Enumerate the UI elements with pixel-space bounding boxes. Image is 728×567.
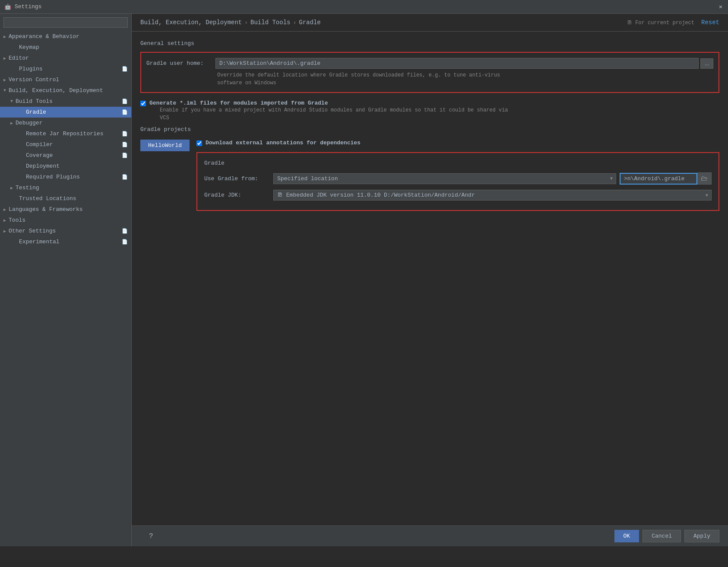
gradle-location-input[interactable] [620, 173, 697, 185]
sidebar-badge-icon: 📄 [122, 239, 128, 245]
title-bar: 🤖 Settings ✕ [0, 0, 728, 14]
generate-iml-row: Generate *.iml files for modules importe… [140, 100, 719, 122]
sidebar-item-appearance-behavior[interactable]: ▶Appearance & Behavior [0, 31, 131, 42]
generate-iml-label: Generate *.iml files for modules importe… [149, 100, 508, 106]
sidebar-item-other-settings[interactable]: ▶Other Settings📄 [0, 226, 131, 236]
sidebar-badge-icon: 📄 [122, 228, 128, 234]
gradle-location-browse-button[interactable]: 🗁 [697, 172, 712, 185]
sidebar-badge-icon: 📄 [122, 99, 128, 104]
breadcrumb-path2: Build Tools [250, 19, 290, 26]
search-input[interactable] [3, 17, 128, 28]
ok-button[interactable]: OK [614, 530, 639, 542]
sidebar-arrow-icon: ▼ [3, 88, 6, 93]
sidebar-item-compiler[interactable]: Compiler📄 [0, 139, 131, 150]
sidebar-item-label: Gradle [26, 109, 46, 115]
sidebar-badge-icon: 📄 [122, 66, 128, 72]
sidebar-badge-icon: 📄 [122, 153, 128, 158]
generate-iml-checkbox[interactable] [140, 101, 146, 106]
gradle-jdk-label: Gradle JDK: [204, 192, 273, 198]
gradle-user-home-input[interactable] [215, 58, 699, 69]
sidebar-item-coverage[interactable]: Coverage📄 [0, 150, 131, 161]
sidebar-item-label: Compiler [26, 141, 53, 148]
sidebar-badge-icon: 📄 [122, 174, 128, 180]
sidebar-item-trusted-locations[interactable]: Trusted Locations [0, 193, 131, 204]
sidebar-item-debugger[interactable]: ▶Debugger [0, 118, 131, 128]
sidebar-item-label: Plugins [19, 66, 43, 72]
gradle-location-wrapper: 🗁 [620, 172, 712, 185]
for-current-project: 🖹 For current project [627, 19, 694, 26]
sidebar-item-plugins[interactable]: Plugins📄 [0, 64, 131, 74]
breadcrumb-path1: Build, Execution, Deployment [140, 19, 242, 26]
sidebar-badge-icon: 📄 [122, 142, 128, 147]
apply-button[interactable]: Apply [684, 530, 719, 542]
sidebar-item-build-execution-deployment[interactable]: ▼Build, Execution, Deployment [0, 85, 131, 96]
sidebar-item-build-tools[interactable]: ▼Build Tools📄 [0, 96, 131, 107]
generate-iml-hint: Enable if you have a mixed project with … [149, 106, 508, 122]
sidebar-item-experimental[interactable]: Experimental📄 [0, 236, 131, 247]
gradle-jdk-select[interactable]: 🖹 Embedded JDK version 11.0.10 D:/WorkSt… [273, 190, 712, 201]
sidebar-badge-icon: 📄 [122, 109, 128, 115]
use-gradle-from-label: Use Gradle from: [204, 175, 273, 182]
sidebar-item-label: Trusted Locations [19, 195, 76, 202]
sidebar-item-label: Appearance & Behavior [9, 33, 79, 40]
breadcrumb-path3: Gradle [299, 19, 320, 26]
app-icon: 🤖 [4, 3, 11, 10]
sidebar-arrow-icon: ▼ [10, 99, 13, 104]
sidebar-item-label: Remote Jar Repositories [26, 131, 103, 137]
reset-link[interactable]: Reset [701, 19, 719, 26]
sidebar-item-label: Version Control [9, 76, 59, 83]
content-inner: General settings Gradle user home: ... O… [132, 32, 728, 526]
sidebar-item-label: Required Plugins [26, 174, 80, 180]
sidebar-item-label: Deployment [26, 163, 60, 169]
gradle-user-home-browse-button[interactable]: ... [700, 58, 713, 69]
helloworld-project-button[interactable]: HelloWorld [140, 140, 190, 151]
sidebar-badge-icon: 📄 [122, 131, 128, 137]
main-content: Build, Execution, Deployment › Build Too… [132, 14, 728, 546]
projects-area: HelloWorld Download external annotations… [140, 140, 719, 211]
gradle-projects-title: Gradle projects [140, 126, 719, 133]
sidebar-item-label: Coverage [26, 152, 53, 159]
breadcrumb-bar: Build, Execution, Deployment › Build Too… [132, 14, 728, 32]
sidebar-item-label: Build, Execution, Deployment [9, 87, 103, 94]
gradle-jdk-row: Gradle JDK: 🖹 Embedded JDK version 11.0.… [204, 190, 712, 201]
cancel-button[interactable]: Cancel [643, 530, 681, 542]
sidebar-item-gradle[interactable]: Gradle📄 [0, 107, 131, 118]
project-settings-panel: Download external annotations for depend… [196, 140, 719, 211]
use-gradle-from-select-wrapper: Specified location Gradle wrapper Local … [273, 173, 616, 184]
sidebar-items: ▶Appearance & BehaviorKeymap▶EditorPlugi… [0, 31, 131, 247]
sidebar-item-testing[interactable]: ▶Testing [0, 182, 131, 193]
sidebar-item-version-control[interactable]: ▶Version Control [0, 74, 131, 85]
download-annotations-row: Download external annotations for depend… [196, 140, 719, 146]
button-bar: ? OK Cancel Apply [132, 526, 728, 546]
sidebar-item-deployment[interactable]: Deployment [0, 161, 131, 172]
sidebar-arrow-icon: ▶ [10, 121, 13, 126]
breadcrumb-sep1: › [244, 19, 248, 26]
sidebar-item-label: Other Settings [9, 228, 56, 234]
sidebar-item-tools[interactable]: ▶Tools [0, 215, 131, 226]
sidebar-arrow-icon: ▶ [3, 218, 6, 223]
sidebar-item-required-plugins[interactable]: Required Plugins📄 [0, 172, 131, 182]
gradle-jdk-select-wrapper: 🖹 Embedded JDK version 11.0.10 D:/WorkSt… [273, 190, 712, 201]
sidebar-item-label: Languages & Frameworks [9, 206, 83, 213]
sidebar-item-label: Editor [9, 55, 29, 61]
sidebar-item-label: Build Tools [16, 98, 53, 105]
gradle-section-title: Gradle [204, 160, 712, 166]
sidebar-item-editor[interactable]: ▶Editor [0, 53, 131, 64]
sidebar-item-keymap[interactable]: Keymap [0, 42, 131, 53]
sidebar-item-label: Debugger [16, 120, 42, 126]
sidebar-item-languages-frameworks[interactable]: ▶Languages & Frameworks [0, 204, 131, 215]
use-gradle-from-row: Use Gradle from: Specified location Grad… [204, 172, 712, 185]
general-settings-title: General settings [140, 40, 719, 47]
sidebar-item-remote-jar-repositories[interactable]: Remote Jar Repositories📄 [0, 128, 131, 139]
sidebar-arrow-icon: ▶ [3, 34, 6, 39]
sidebar: ▶Appearance & BehaviorKeymap▶EditorPlugi… [0, 14, 132, 546]
help-button[interactable]: ? [140, 530, 162, 543]
breadcrumb-sep2: › [293, 19, 296, 26]
sidebar-item-label: Keymap [19, 44, 39, 51]
close-icon[interactable]: ✕ [718, 4, 724, 10]
use-gradle-from-select[interactable]: Specified location Gradle wrapper Local … [273, 173, 616, 184]
download-annotations-checkbox[interactable] [196, 140, 202, 146]
sidebar-arrow-icon: ▶ [3, 207, 6, 212]
gradle-user-home-row: Gradle user home: ... [146, 58, 713, 69]
gradle-user-home-label: Gradle user home: [146, 60, 215, 67]
